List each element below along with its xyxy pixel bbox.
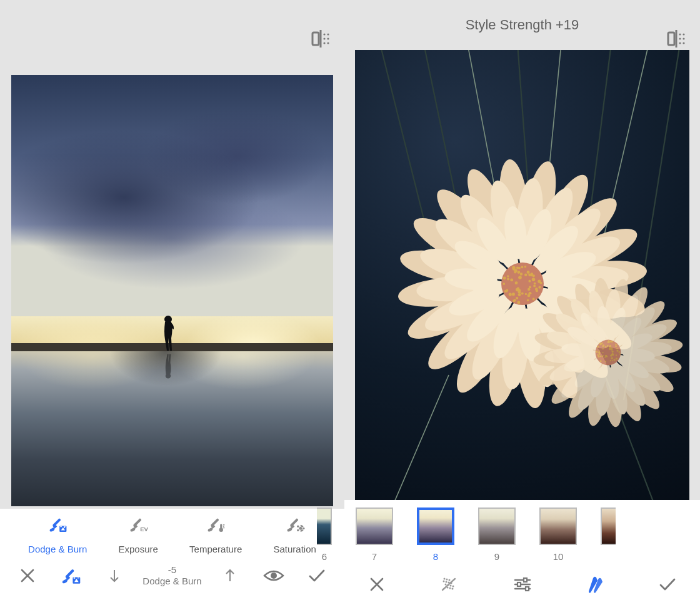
svg-point-151: [513, 299, 516, 302]
svg-text:EV: EV: [140, 526, 148, 532]
svg-rect-316: [524, 578, 527, 582]
tool-label: Temperature: [189, 544, 242, 554]
svg-point-161: [516, 267, 518, 269]
left-header: [0, 0, 344, 75]
svg-point-132: [516, 298, 518, 300]
svg-point-27: [297, 529, 299, 532]
svg-point-139: [502, 283, 505, 286]
svg-point-117: [502, 277, 506, 280]
svg-rect-318: [526, 587, 529, 591]
svg-point-126: [512, 266, 516, 270]
left-canvas-frame: [0, 75, 344, 506]
svg-point-131: [521, 292, 523, 295]
tool-saturation[interactable]: Saturation: [273, 515, 316, 554]
svg-rect-18: [211, 518, 219, 527]
svg-point-311: [449, 588, 451, 589]
decrease-button[interactable]: [99, 569, 129, 582]
svg-point-175: [517, 271, 520, 274]
apply-button[interactable]: [302, 568, 332, 583]
thumb-label: 7: [372, 551, 377, 562]
right-photo-canvas[interactable]: [355, 50, 689, 500]
tool-temperature[interactable]: Temperature: [189, 515, 242, 554]
svg-point-34: [271, 572, 277, 579]
adjust-button[interactable]: [508, 576, 538, 593]
svg-point-164: [521, 266, 523, 269]
style-edit-screen: Style Strength +19: [344, 0, 700, 615]
svg-point-40: [682, 38, 684, 39]
svg-point-302: [443, 581, 445, 582]
style-thumb-6-partial[interactable]: 6: [317, 508, 332, 562]
slider-value: -5: [142, 564, 201, 576]
svg-rect-11: [52, 518, 61, 527]
shuffle-button[interactable]: [434, 575, 464, 594]
cancel-button[interactable]: [362, 576, 392, 592]
svg-rect-0: [312, 32, 319, 45]
style-thumb-7[interactable]: 7: [356, 508, 393, 562]
svg-point-42: [682, 42, 684, 44]
left-photo-canvas[interactable]: [11, 75, 333, 506]
style-thumb-10[interactable]: 10: [539, 508, 577, 562]
right-header: Style Strength +19: [344, 0, 700, 50]
apply-button[interactable]: [652, 577, 682, 592]
svg-rect-32: [66, 569, 75, 578]
svg-rect-317: [518, 582, 521, 586]
style-thumb-8[interactable]: 8: [417, 508, 454, 562]
compare-button[interactable]: [666, 29, 686, 49]
tool-label: Saturation: [273, 544, 316, 554]
right-bottom-bar: [344, 562, 700, 607]
tool-exposure[interactable]: EV Exposure: [119, 515, 158, 554]
tool-label: Exposure: [119, 544, 158, 554]
svg-point-152: [511, 293, 514, 296]
svg-point-299: [444, 578, 446, 580]
left-bottom-bar: -5 Dodge & Burn: [0, 554, 344, 597]
svg-point-171: [519, 273, 522, 276]
svg-point-146: [507, 278, 509, 281]
svg-point-20: [219, 528, 223, 532]
compare-button[interactable]: [311, 29, 331, 49]
svg-point-141: [507, 276, 509, 278]
svg-point-166: [514, 282, 517, 284]
mask-view-button[interactable]: [259, 569, 289, 582]
style-thumbnail-strip[interactable]: 6 7 8 9 10: [317, 500, 700, 562]
cancel-button[interactable]: [12, 568, 42, 584]
brush-tools-row: Dodge & Burn EV Exposure: [0, 509, 344, 554]
svg-point-159: [518, 277, 521, 279]
slider-readout[interactable]: -5 Dodge & Burn: [142, 564, 201, 587]
svg-point-300: [446, 579, 448, 581]
tool-dodge-burn[interactable]: Dodge & Burn: [28, 515, 87, 554]
tool-label: Dodge & Burn: [28, 544, 87, 554]
thumb-label: 10: [553, 551, 564, 562]
increase-button[interactable]: [215, 569, 245, 582]
style-thumb-11-partial[interactable]: [601, 508, 616, 551]
svg-point-39: [679, 38, 681, 39]
svg-point-38: [682, 33, 684, 35]
brush-icon: EV: [128, 515, 148, 536]
svg-point-135: [514, 269, 517, 272]
svg-point-5: [327, 38, 329, 39]
svg-point-29: [297, 525, 299, 528]
svg-point-165: [524, 274, 527, 276]
brush-icon: [206, 515, 226, 536]
svg-point-157: [508, 293, 511, 296]
svg-point-2: [323, 33, 325, 35]
svg-point-306: [445, 584, 447, 586]
svg-point-173: [516, 288, 519, 290]
brush-icon: [48, 515, 68, 536]
svg-point-26: [299, 527, 302, 530]
svg-point-138: [526, 299, 529, 302]
brush-icon: [285, 515, 305, 536]
svg-point-37: [679, 33, 681, 35]
svg-point-4: [323, 38, 325, 39]
slider-tool-name: Dodge & Burn: [142, 576, 201, 587]
svg-point-134: [518, 294, 521, 297]
svg-point-116: [517, 301, 520, 304]
brush-edit-screen: Dodge & Burn EV Exposure: [0, 0, 344, 615]
style-thumb-9[interactable]: 9: [478, 508, 516, 562]
svg-point-143: [510, 279, 513, 282]
svg-point-160: [524, 266, 526, 268]
svg-point-150: [505, 291, 508, 293]
svg-point-153: [524, 293, 526, 295]
styles-button[interactable]: [580, 575, 610, 594]
brush-mode-button[interactable]: [56, 566, 86, 585]
thumb-label: 6: [322, 551, 327, 562]
